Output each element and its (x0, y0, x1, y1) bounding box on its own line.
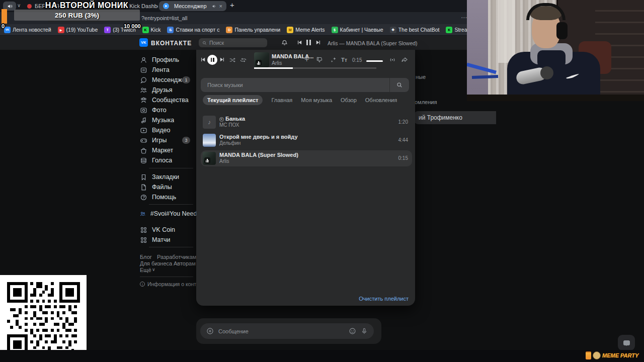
games-icon (140, 137, 147, 144)
contact-list-item[interactable]: ий Трофименко (414, 111, 496, 124)
current-track-artwork[interactable] (254, 52, 269, 67)
track-progress-bar[interactable] (254, 67, 376, 69)
sidebar-item-music[interactable]: Музыка (140, 115, 196, 125)
sidebar-item-votes[interactable]: Голоса (140, 155, 196, 165)
qr-code (7, 282, 80, 355)
bookmark-kick[interactable]: KKick (142, 27, 161, 33)
tab-main[interactable]: Главная (271, 97, 292, 103)
nike-swoosh-icon (566, 73, 580, 79)
doge-icon (593, 351, 601, 359)
header-pause-icon[interactable] (306, 40, 311, 45)
tab-speaker-icon[interactable] (212, 4, 216, 9)
sidebar-item-messenger[interactable]: Мессенджер 1 (140, 75, 196, 85)
tab-updates[interactable]: Обновления (365, 97, 397, 103)
tab-current-playlist[interactable]: Текущий плейлист (203, 95, 263, 105)
header-next-track-icon[interactable] (315, 40, 321, 45)
footer-link-business[interactable]: Для бизнеса (140, 260, 172, 266)
vk-search-input[interactable] (209, 40, 260, 46)
add-track-icon[interactable]: + (304, 55, 309, 64)
sidebar-item-video[interactable]: Видео (140, 125, 196, 135)
next-track-icon[interactable] (219, 57, 225, 62)
sidebar-item-bookmarks[interactable]: Закладки (140, 172, 196, 182)
youtube-icon: ▶ (58, 27, 64, 33)
track-title: MANDA BALA (Super Slowed) (219, 152, 298, 158)
sidebar-item-games[interactable]: Игры 3 (140, 135, 196, 145)
music-search-input[interactable] (201, 82, 389, 88)
sidebar-item-help[interactable]: Помощь (140, 192, 196, 202)
tab-title: Мессенджер (172, 3, 209, 9)
twitch-icon: T (104, 27, 111, 33)
music-search-button[interactable] (390, 82, 409, 88)
panel-icon: D (226, 27, 232, 33)
chat-widget-button[interactable] (618, 335, 635, 350)
tab-browse[interactable]: Обзор (341, 97, 357, 103)
sidebar-item-files[interactable]: Файлы (140, 182, 196, 192)
games-badge: 3 (182, 137, 190, 144)
footer-link-more[interactable]: Ещё (140, 267, 151, 273)
bookmark-betting[interactable]: БСтавки на спорт с (167, 27, 219, 33)
message-input-pill[interactable] (200, 323, 374, 339)
sidebar-item-profile[interactable]: Профиль (140, 55, 196, 65)
share-icon[interactable] (401, 56, 408, 63)
new-tab-button[interactable]: + (230, 1, 234, 9)
volume-slider[interactable] (366, 60, 383, 62)
sidebar-item-market[interactable]: Маркет (140, 145, 196, 155)
microphone-icon[interactable] (361, 327, 368, 335)
sidebar-item-feed[interactable]: Лента (140, 65, 196, 75)
lyrics-button[interactable]: Тт (341, 57, 347, 63)
bookmark-tips-cabinet[interactable]: $Кабинет | Чаевые (332, 27, 383, 33)
sidebar-item-friends[interactable]: Друзья (140, 85, 196, 95)
track-progress-fill (254, 67, 293, 69)
mini-track-artist[interactable]: Arlis (272, 60, 282, 66)
url-more-icon[interactable]: ⋯ (461, 14, 467, 21)
footer-link-authors[interactable]: Авторам (174, 260, 196, 266)
chevron-down-icon[interactable]: ∨ (17, 3, 21, 8)
donation-range-start: 0 (2, 23, 5, 29)
tab-my-music[interactable]: Моя музыка (301, 97, 332, 103)
attach-plus-icon[interactable] (206, 327, 214, 335)
messenger-icon (140, 76, 147, 84)
shuffle-icon[interactable] (229, 57, 235, 63)
playing-equalizer-icon (204, 157, 210, 163)
header-prev-track-icon[interactable] (297, 40, 302, 45)
track-duration: 4:44 (398, 137, 408, 143)
sidebar-item-svoi-group[interactable]: #Svoi#You Need T… (140, 209, 196, 219)
emoji-icon[interactable] (349, 327, 356, 335)
header-now-playing[interactable]: Arlis — MANDA BALA (Super Slowed) (328, 40, 418, 46)
bookmark-meme-alerts[interactable]: MMeme Alerts (287, 27, 325, 33)
dislike-icon[interactable] (316, 56, 323, 63)
repeat-icon[interactable] (240, 57, 247, 63)
music-search-field[interactable] (201, 78, 409, 92)
speaker-icon (7, 4, 13, 9)
vk-brand[interactable]: ВКОНТАКТЕ (151, 40, 192, 47)
bookmark-vk-feed[interactable]: VKЛента новостей (4, 27, 51, 33)
sidebar-item-vk-coin[interactable]: VK Coin (140, 225, 196, 235)
clear-playlist-link[interactable]: Очистить плейлист (359, 296, 409, 302)
tab-messenger-active[interactable]: Мессенджер × (159, 1, 226, 11)
vk-logo[interactable]: VK (139, 38, 148, 47)
market-icon (140, 147, 147, 154)
search-icon (202, 41, 207, 45)
sidebar-item-matches[interactable]: Матчи (140, 235, 196, 245)
track-row[interactable]: Открой мне дверь и я войду Дельфин 4:44 (201, 132, 412, 148)
sparkles-icon[interactable] (330, 56, 337, 63)
bookmark-chatbot[interactable]: ◆The best ChatBot (390, 27, 440, 33)
message-input[interactable] (218, 328, 344, 334)
track-row[interactable]: ♪ EБанька МС ПОХ 1:20 (201, 114, 412, 130)
fragment-text: ные (416, 74, 426, 80)
sidebar-item-photos[interactable]: Фото (140, 105, 196, 115)
meme-alerts-icon: M (287, 27, 293, 33)
bookmark-youtube[interactable]: ▶(19) YouTube (58, 27, 98, 33)
bookmark-control-panel[interactable]: DПанель управлени (226, 27, 280, 33)
bell-icon[interactable] (281, 39, 288, 46)
track-row-playing[interactable]: MANDA BALA (Super Slowed) Arlis 0:15 (201, 150, 412, 166)
sidebar-item-communities[interactable]: Сообщества (140, 95, 196, 105)
footer-link-blog[interactable]: Блог (140, 254, 152, 260)
pause-button[interactable] (207, 55, 217, 65)
tab-close-icon[interactable]: × (219, 3, 222, 9)
prev-track-icon[interactable] (200, 57, 206, 62)
track-artist: МС ПОХ (219, 122, 239, 128)
footer-link-developers[interactable]: Разработчикам (157, 254, 196, 260)
broadcast-icon[interactable] (389, 56, 396, 63)
vk-header-search[interactable] (199, 38, 267, 47)
